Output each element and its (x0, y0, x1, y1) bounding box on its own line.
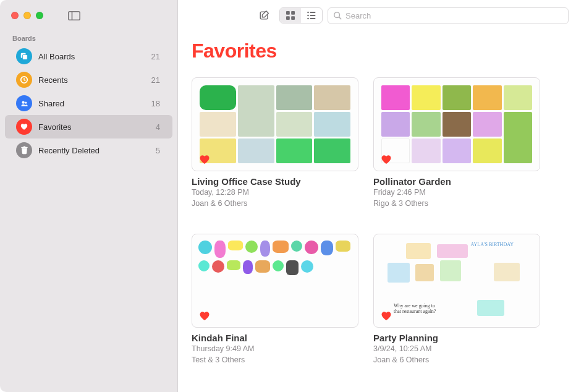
svg-point-16 (307, 15, 309, 17)
stack-icon (16, 48, 32, 64)
favorite-heart-icon (198, 153, 211, 166)
board-title: Living Office Case Study (192, 176, 358, 187)
sidebar-item-label: Shared (38, 99, 151, 108)
board-people: Test & 3 Others (192, 355, 358, 365)
page-title: Favorites (192, 40, 562, 62)
sidebar-section-header: Boards (0, 31, 177, 45)
board-people: Joan & 6 Others (192, 198, 358, 209)
heart-icon (16, 119, 32, 135)
svg-rect-11 (291, 11, 295, 15)
list-view-button[interactable] (301, 8, 322, 23)
board-title: Kindah Final (192, 333, 358, 343)
svg-point-5 (22, 101, 24, 103)
close-window-button[interactable] (11, 12, 19, 19)
sidebar-item-count: 4 (156, 122, 160, 132)
board-thumbnail: AYLA'S BIRTHDAY Why are we going tothat … (373, 234, 540, 328)
sidebar-item-count: 18 (151, 99, 160, 108)
search-icon (333, 11, 342, 20)
sidebar-item-recently-deleted[interactable]: Recently Deleted 5 (5, 138, 172, 162)
sidebar-item-label: Recents (38, 75, 151, 85)
clock-icon (16, 72, 32, 88)
svg-rect-17 (310, 15, 316, 16)
compose-button[interactable] (255, 7, 274, 23)
svg-rect-10 (286, 11, 290, 15)
people-icon (16, 95, 32, 111)
search-field[interactable] (328, 7, 569, 24)
sidebar-item-recents[interactable]: Recents 21 (5, 68, 172, 92)
board-title: Party Planning (373, 333, 540, 343)
board-card[interactable]: AYLA'S BIRTHDAY Why are we going tothat … (373, 234, 540, 365)
grid-view-button[interactable] (280, 8, 301, 23)
sidebar-item-count: 21 (151, 75, 160, 85)
toggle-sidebar-button[interactable] (68, 11, 80, 20)
svg-rect-12 (286, 16, 290, 20)
grid-icon (286, 11, 295, 20)
board-people: Rigo & 3 Others (373, 198, 540, 209)
board-card[interactable]: Kindah Final Thursday 9:49 AM Test & 3 O… (192, 234, 358, 365)
board-date: Today, 12:28 PM (192, 187, 358, 198)
board-people: Joan & 6 Others (373, 355, 540, 365)
toolbar (178, 0, 576, 31)
svg-rect-7 (21, 147, 28, 148)
board-thumbnail (373, 77, 540, 171)
board-thumbnail (192, 234, 358, 328)
svg-rect-13 (291, 16, 295, 20)
list-icon (307, 11, 316, 20)
search-input[interactable] (345, 11, 563, 20)
main-content: Favorites (178, 0, 576, 392)
svg-point-6 (25, 101, 27, 103)
sidebar-icon (68, 11, 80, 20)
trash-icon (16, 142, 32, 158)
sidebar-item-favorites[interactable]: Favorites 4 (5, 115, 172, 138)
compose-icon (259, 10, 270, 21)
svg-rect-15 (310, 12, 316, 13)
svg-rect-0 (69, 11, 80, 19)
board-card[interactable]: Living Office Case Study Today, 12:28 PM… (192, 77, 358, 209)
board-date: 3/9/24, 10:25 AM (373, 344, 540, 354)
sidebar-item-all-boards[interactable]: All Boards 21 (5, 45, 172, 68)
svg-point-14 (307, 12, 309, 14)
board-thumbnail (192, 77, 358, 171)
board-card[interactable]: Pollinator Garden Friday 2:46 PM Rigo & … (373, 77, 540, 209)
sidebar-item-label: All Boards (38, 52, 151, 61)
svg-rect-19 (310, 18, 316, 19)
sidebar-item-count: 21 (151, 52, 160, 61)
view-mode-segmented (279, 7, 323, 23)
board-date: Thursday 9:49 AM (192, 344, 358, 354)
sidebar-item-label: Favorites (38, 122, 156, 132)
svg-rect-8 (23, 146, 25, 147)
svg-rect-3 (22, 54, 27, 59)
minimize-window-button[interactable] (23, 12, 31, 19)
sidebar: Boards All Boards 21 Recents 21 Shared 1… (0, 0, 178, 392)
board-title: Pollinator Garden (373, 176, 540, 187)
sidebar-item-shared[interactable]: Shared 18 (5, 92, 172, 115)
sidebar-item-label: Recently Deleted (38, 146, 156, 155)
svg-point-18 (307, 18, 309, 20)
window-controls (0, 0, 177, 31)
fullscreen-window-button[interactable] (36, 12, 43, 19)
boards-grid: Living Office Case Study Today, 12:28 PM… (192, 77, 562, 365)
favorite-heart-icon (198, 310, 211, 322)
board-date: Friday 2:46 PM (373, 187, 540, 198)
favorite-heart-icon (380, 310, 392, 322)
sidebar-item-count: 5 (156, 146, 160, 155)
favorite-heart-icon (380, 153, 392, 166)
